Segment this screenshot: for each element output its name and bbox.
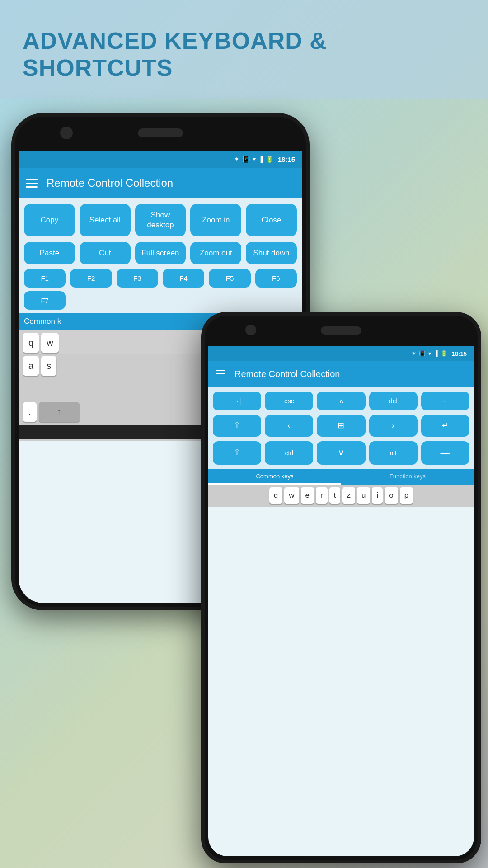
front-key-z[interactable]: z: [342, 487, 355, 504]
back-app-title: Remote Control Collection: [47, 177, 173, 189]
battery-icon: 🔋: [266, 156, 273, 163]
enter-button[interactable]: ↵: [421, 415, 469, 436]
left-button[interactable]: ‹: [265, 415, 313, 436]
f3-button[interactable]: F3: [117, 269, 158, 288]
back-menu-button[interactable]: [26, 179, 38, 188]
down-button[interactable]: ∨: [317, 441, 365, 465]
front-keyboard: q w e r t z u i o p: [208, 485, 474, 507]
front-wifi-icon: ▾: [428, 350, 431, 357]
front-key-r[interactable]: r: [316, 487, 328, 504]
front-keys-row2: ⇧ ‹ ⊞ › ↵: [208, 413, 474, 439]
vibrate-icon: 📳: [242, 156, 250, 163]
front-phone-speaker: [321, 326, 361, 335]
phones-area: ✶ 📳 ▾ ▐ 🔋 18:15 Remote: [0, 99, 488, 868]
front-key-e[interactable]: e: [301, 487, 314, 504]
header: ADVANCED KEYBOARD & SHORTCUTS: [0, 0, 488, 99]
front-tab-bar: Common keys Function keys: [208, 469, 474, 485]
paste-button[interactable]: Paste: [24, 242, 75, 264]
shift2-button[interactable]: ⇧: [213, 441, 261, 465]
f6-button[interactable]: F6: [255, 269, 297, 288]
back-fn-row2: F7: [19, 291, 302, 313]
front-key-t[interactable]: t: [329, 487, 341, 504]
front-hamburger-2: [216, 373, 225, 374]
f7-button[interactable]: F7: [24, 291, 66, 310]
wifi-icon: ▾: [253, 156, 256, 163]
select-all-button[interactable]: Select all: [80, 204, 131, 236]
common-keys-tab[interactable]: Common keys: [208, 469, 341, 485]
front-battery-icon: 🔋: [441, 350, 447, 357]
esc-button[interactable]: esc: [265, 392, 313, 410]
tab-button[interactable]: →|: [213, 392, 261, 410]
backspace-button[interactable]: ←: [421, 392, 469, 410]
front-app-screen: ✶ 📳 ▾ ▐ 🔋 18:15 Remote: [208, 346, 474, 856]
shut-down-button[interactable]: Shut down: [246, 242, 297, 264]
hamburger-line-1: [26, 179, 38, 180]
front-bluetooth-icon: ✶: [412, 350, 416, 357]
signal-icon: ▐: [258, 156, 263, 163]
f2-button[interactable]: F2: [70, 269, 112, 288]
front-phone-screen: ✶ 📳 ▾ ▐ 🔋 18:15 Remote: [208, 346, 474, 856]
front-keys-row3: ⇧ ctrl ∨ alt —: [208, 439, 474, 470]
front-status-time: 18:15: [452, 350, 467, 357]
f5-button[interactable]: F5: [209, 269, 250, 288]
show-desktop-button[interactable]: Show desktop: [135, 204, 186, 236]
key-dot[interactable]: .: [23, 402, 37, 422]
key-w[interactable]: w: [41, 333, 58, 353]
hamburger-line-3: [26, 186, 38, 188]
front-phone-camera: [245, 325, 256, 335]
space-button[interactable]: —: [421, 441, 469, 465]
alt-button[interactable]: alt: [369, 441, 418, 465]
front-key-i[interactable]: i: [372, 487, 383, 504]
zoom-in-button[interactable]: Zoom in: [190, 204, 241, 236]
key-s[interactable]: s: [41, 356, 56, 376]
back-toolbar: Remote Control Collection: [19, 168, 302, 198]
front-vibrate-icon: 📳: [419, 350, 426, 357]
cut-button[interactable]: Cut: [80, 242, 131, 264]
phone-front: ✶ 📳 ▾ ▐ 🔋 18:15 Remote: [201, 312, 481, 863]
back-fn-row1: F1 F2 F3 F4 F5 F6: [19, 269, 302, 291]
front-key-o[interactable]: o: [385, 487, 398, 504]
zoom-out-button[interactable]: Zoom out: [190, 242, 241, 264]
front-toolbar: Remote Control Collection: [208, 361, 474, 387]
back-status-bar: ✶ 📳 ▾ ▐ 🔋 18:15: [19, 151, 302, 168]
f4-button[interactable]: F4: [163, 269, 204, 288]
function-keys-tab[interactable]: Function keys: [341, 469, 474, 485]
back-buttons-row1: Copy Select all Show desktop Zoom in Clo…: [19, 198, 302, 242]
back-phone-speaker: [138, 128, 183, 137]
front-keys-row1: →| esc ∧ del ←: [208, 387, 474, 413]
front-key-w[interactable]: w: [284, 487, 299, 504]
page-title: ADVANCED KEYBOARD & SHORTCUTS: [23, 27, 465, 81]
front-key-p[interactable]: p: [400, 487, 413, 504]
back-status-time: 18:15: [278, 156, 295, 163]
front-status-bar: ✶ 📳 ▾ ▐ 🔋 18:15: [208, 346, 474, 361]
front-keyboard-row1: q w e r t z u i o p: [212, 487, 470, 504]
front-key-q[interactable]: q: [269, 487, 282, 504]
up-button[interactable]: ∧: [317, 392, 365, 410]
copy-button[interactable]: Copy: [24, 204, 75, 236]
shift-button[interactable]: ⇧: [213, 415, 261, 436]
ctrl-button[interactable]: ctrl: [265, 441, 313, 465]
back-buttons-row2: Paste Cut Full screen Zoom out Shut down: [19, 242, 302, 269]
front-hamburger-1: [216, 370, 225, 371]
front-app-title: Remote Control Collection: [235, 369, 340, 379]
f1-button[interactable]: F1: [24, 269, 66, 288]
front-signal-icon: ▐: [434, 350, 438, 357]
windows-button[interactable]: ⊞: [317, 415, 365, 436]
shift-key-back[interactable]: ↑: [39, 402, 80, 422]
back-common-tab-label[interactable]: Common k: [24, 317, 61, 326]
front-key-u[interactable]: u: [357, 487, 370, 504]
bluetooth-icon: ✶: [234, 156, 239, 163]
key-a[interactable]: a: [23, 356, 39, 376]
front-menu-button[interactable]: [216, 370, 225, 377]
key-q[interactable]: q: [23, 333, 39, 353]
hamburger-line-2: [26, 183, 38, 184]
right-button[interactable]: ›: [369, 415, 418, 436]
del-button[interactable]: del: [369, 392, 418, 410]
back-phone-camera: [60, 127, 73, 139]
phone-front-inner: ✶ 📳 ▾ ▐ 🔋 18:15 Remote: [205, 316, 478, 860]
front-hamburger-3: [216, 377, 225, 377]
close-button[interactable]: Close: [246, 204, 297, 236]
full-screen-button[interactable]: Full screen: [135, 242, 186, 264]
